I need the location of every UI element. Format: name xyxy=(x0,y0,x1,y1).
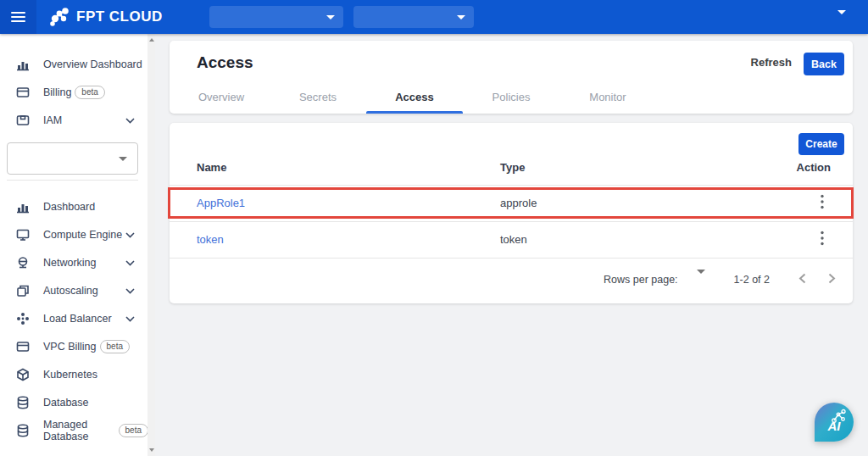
chevron-down-icon xyxy=(125,313,135,325)
sidebar-item-autoscaling[interactable]: Autoscaling xyxy=(0,276,148,304)
page-title: Access xyxy=(197,53,253,72)
chevron-down-icon xyxy=(326,15,335,19)
billing-icon xyxy=(15,339,31,354)
kebab-menu-icon[interactable] xyxy=(817,192,827,214)
database-icon xyxy=(15,423,31,438)
sidebar-item-label: Dashboard xyxy=(43,201,95,213)
sidebar-item-managed-database[interactable]: Managed Database beta xyxy=(0,416,148,444)
row-type-value: token xyxy=(500,233,527,246)
bar-chart-icon xyxy=(15,57,31,72)
cube-icon xyxy=(15,367,31,382)
id-card-icon xyxy=(15,113,31,128)
row-name-link[interactable]: AppRole1 xyxy=(197,197,245,209)
next-page-button[interactable] xyxy=(828,273,836,286)
sidebar-context-selector[interactable] xyxy=(7,142,138,175)
tab-overview[interactable]: Overview xyxy=(173,85,270,114)
scroll-down-icon[interactable] xyxy=(149,448,154,452)
sidebar-item-iam[interactable]: IAM xyxy=(0,106,148,134)
sidebar-item-label: Billing xyxy=(43,86,71,98)
project-selector[interactable] xyxy=(353,6,474,28)
row-type-value: approle xyxy=(500,197,537,209)
back-button[interactable]: Back xyxy=(804,53,844,75)
rows-per-page-dropdown[interactable] xyxy=(697,274,705,286)
chevron-down-icon xyxy=(119,157,127,161)
layers-icon xyxy=(15,283,31,298)
pagination: Rows per page: 1-2 of 2 xyxy=(604,263,839,297)
beta-badge: beta xyxy=(119,424,148,437)
sidebar-item-load-balancer[interactable]: Load Balancer xyxy=(0,304,148,332)
create-button[interactable]: Create xyxy=(798,133,844,155)
table-header: Name Type Action xyxy=(170,161,853,185)
sidebar-item-label: Compute Engine xyxy=(43,229,122,241)
kebab-menu-icon[interactable] xyxy=(817,229,827,250)
sidebar-item-label: Overview Dashboard xyxy=(43,58,142,70)
fpt-cloud-logo: FPT CLOUD xyxy=(48,6,163,28)
sidebar-item-dashboard[interactable]: Dashboard xyxy=(0,192,148,220)
logo-text: FPT CLOUD xyxy=(76,8,163,25)
previous-page-button[interactable] xyxy=(798,273,806,286)
chevron-down-icon xyxy=(125,285,135,297)
logo-network-icon xyxy=(48,6,70,28)
sidebar-item-kubernetes[interactable]: Kubernetes xyxy=(0,360,148,388)
sidebar-item-label: VPC Billing xyxy=(43,341,97,353)
monitor-icon xyxy=(15,227,31,242)
sidebar-item-label: Load Balancer xyxy=(43,313,112,325)
sidebar-item-label: Managed Database xyxy=(43,419,115,442)
sidebar-item-overview-dashboard[interactable]: Overview Dashboard xyxy=(0,50,148,78)
sidebar-item-label: IAM xyxy=(43,114,62,126)
chevron-down-icon xyxy=(457,15,465,19)
column-header-name: Name xyxy=(197,161,226,174)
sidebar: Overview Dashboard Billing beta IAM Dash… xyxy=(0,34,155,456)
chevron-down-icon xyxy=(125,229,135,241)
ai-assistant-button[interactable]: AI xyxy=(815,403,854,442)
table-row[interactable]: token token xyxy=(170,221,853,257)
top-bar: FPT CLOUD xyxy=(0,0,868,34)
chevron-down-icon xyxy=(837,10,846,29)
pagination-range: 1-2 of 2 xyxy=(734,274,770,286)
billing-icon xyxy=(15,85,31,100)
tab-monitor[interactable]: Monitor xyxy=(559,85,656,114)
access-header-card: Access Refresh Back Overview Secrets Acc… xyxy=(170,41,853,114)
sidebar-item-networking[interactable]: Networking xyxy=(0,248,148,276)
sidebar-divider xyxy=(7,180,138,181)
sidebar-item-label: Kubernetes xyxy=(43,369,97,381)
table-row[interactable]: AppRole1 approle xyxy=(170,185,853,220)
beta-badge: beta xyxy=(100,340,130,353)
access-table-card: Create Name Type Action AppRole1 approle… xyxy=(170,123,853,303)
sidebar-item-label: Database xyxy=(43,397,89,409)
tab-bar: Overview Secrets Access Policies Monitor xyxy=(173,85,656,114)
sidebar-item-label: Autoscaling xyxy=(43,285,98,297)
sidebar-scrollbar[interactable] xyxy=(147,34,155,456)
menu-icon[interactable] xyxy=(0,0,36,34)
sidebar-item-billing[interactable]: Billing beta xyxy=(0,78,148,106)
rows-per-page-label: Rows per page: xyxy=(604,274,678,286)
user-menu-dropdown[interactable] xyxy=(837,14,846,30)
load-balancer-icon xyxy=(15,311,31,326)
sidebar-item-label: Networking xyxy=(43,257,97,269)
column-header-type: Type xyxy=(500,161,525,174)
region-selector[interactable] xyxy=(209,6,343,28)
sidebar-item-vpc-billing[interactable]: VPC Billing beta xyxy=(0,332,148,360)
tab-policies[interactable]: Policies xyxy=(463,85,559,114)
sidebar-item-monitoring[interactable]: Monitoring xyxy=(0,448,148,456)
main-content: Access Refresh Back Overview Secrets Acc… xyxy=(155,34,868,456)
beta-badge: beta xyxy=(75,86,104,99)
chevron-down-icon xyxy=(125,114,135,126)
tab-secrets[interactable]: Secrets xyxy=(270,85,366,114)
sidebar-item-compute-engine[interactable]: Compute Engine xyxy=(0,220,148,248)
table-bottom-divider xyxy=(170,258,853,259)
ai-molecule-icon xyxy=(829,408,848,426)
row-name-link[interactable]: token xyxy=(197,233,224,246)
bar-chart-icon xyxy=(15,199,31,214)
tab-access[interactable]: Access xyxy=(366,85,463,114)
column-header-action: Action xyxy=(797,161,831,174)
database-icon xyxy=(15,395,31,410)
refresh-button[interactable]: Refresh xyxy=(751,56,792,69)
network-globe-icon xyxy=(15,255,31,270)
scroll-up-icon[interactable] xyxy=(149,38,154,42)
chevron-down-icon xyxy=(125,257,135,269)
sidebar-item-database[interactable]: Database xyxy=(0,388,148,416)
